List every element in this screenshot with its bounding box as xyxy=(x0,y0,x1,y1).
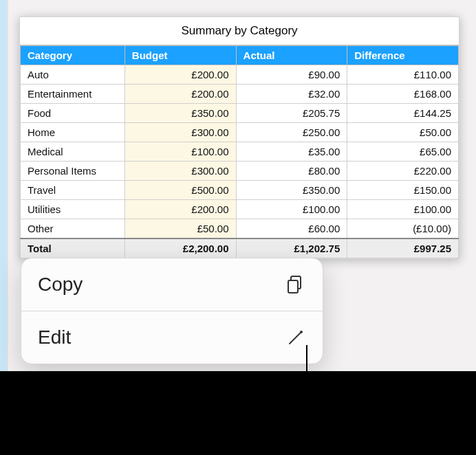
cell-budget[interactable]: £100.00 xyxy=(125,142,236,162)
cell-category[interactable]: Other xyxy=(21,219,125,239)
svg-line-2 xyxy=(290,333,301,344)
table-title: Summary by Category xyxy=(20,17,459,45)
table-row[interactable]: Utilities£200.00£100.00£100.00 xyxy=(21,200,459,219)
data-table: Category Budget Actual Difference Auto£2… xyxy=(20,45,459,258)
header-difference[interactable]: Difference xyxy=(347,46,459,65)
cell-budget[interactable]: £300.00 xyxy=(125,162,236,181)
table-row[interactable]: Other£50.00£60.00(£10.00) xyxy=(21,219,459,239)
header-actual[interactable]: Actual xyxy=(236,46,347,65)
table-row[interactable]: Travel£500.00£350.00£150.00 xyxy=(21,181,459,200)
cell-difference[interactable]: £110.00 xyxy=(347,65,459,85)
cell-category[interactable]: Medical xyxy=(21,142,125,162)
header-category[interactable]: Category xyxy=(21,46,125,65)
cell-difference[interactable]: £144.25 xyxy=(347,104,459,123)
cell-budget[interactable]: £200.00 xyxy=(125,200,236,219)
table-row[interactable]: Auto£200.00£90.00£110.00 xyxy=(21,65,459,85)
copy-icon xyxy=(284,274,306,296)
table-header-row: Category Budget Actual Difference xyxy=(21,46,459,65)
cell-total-actual[interactable]: £1,202.75 xyxy=(236,238,347,258)
cell-actual[interactable]: £205.75 xyxy=(236,104,347,123)
header-budget[interactable]: Budget xyxy=(125,46,236,65)
svg-rect-1 xyxy=(288,280,298,293)
menu-label-edit: Edit xyxy=(38,326,71,348)
cell-difference[interactable]: (£10.00) xyxy=(347,219,459,239)
edit-icon xyxy=(285,327,306,348)
cell-category[interactable]: Personal Items xyxy=(21,162,125,181)
cell-total-label[interactable]: Total xyxy=(21,238,125,258)
cell-budget[interactable]: £200.00 xyxy=(125,65,236,85)
cell-difference[interactable]: £220.00 xyxy=(347,162,459,181)
table-row[interactable]: Entertainment£200.00£32.00£168.00 xyxy=(21,85,459,104)
cell-actual[interactable]: £32.00 xyxy=(236,85,347,104)
table-row[interactable]: Home£300.00£250.00£50.00 xyxy=(21,123,459,142)
cell-budget[interactable]: £300.00 xyxy=(125,123,236,142)
cell-category[interactable]: Travel xyxy=(21,181,125,200)
cell-difference[interactable]: £65.00 xyxy=(347,142,459,162)
cell-actual[interactable]: £250.00 xyxy=(236,123,347,142)
cell-difference[interactable]: £150.00 xyxy=(347,181,459,200)
table-total-row[interactable]: Total£2,200.00£1,202.75£997.25 xyxy=(21,238,459,258)
cell-budget[interactable]: £50.00 xyxy=(125,219,236,239)
cell-actual[interactable]: £350.00 xyxy=(236,181,347,200)
cell-difference[interactable]: £100.00 xyxy=(347,200,459,219)
cell-budget[interactable]: £350.00 xyxy=(125,104,236,123)
cell-category[interactable]: Auto xyxy=(21,65,125,85)
cell-total-difference[interactable]: £997.25 xyxy=(347,238,459,258)
side-sliver xyxy=(0,0,8,371)
svg-point-3 xyxy=(300,331,303,333)
menu-item-copy[interactable]: Copy xyxy=(21,258,323,311)
cell-category[interactable]: Entertainment xyxy=(21,85,125,104)
menu-item-edit[interactable]: Edit xyxy=(21,311,323,364)
cell-actual[interactable]: £80.00 xyxy=(236,162,347,181)
context-menu: Copy Edit xyxy=(21,258,323,364)
cell-total-budget[interactable]: £2,200.00 xyxy=(125,238,236,258)
cell-category[interactable]: Home xyxy=(21,123,125,142)
table-row[interactable]: Food£350.00£205.75£144.25 xyxy=(21,104,459,123)
cell-category[interactable]: Food xyxy=(21,104,125,123)
cell-difference[interactable]: £168.00 xyxy=(347,85,459,104)
cell-actual[interactable]: £35.00 xyxy=(236,142,347,162)
spreadsheet-table[interactable]: Summary by Category Category Budget Actu… xyxy=(19,16,459,259)
cell-actual[interactable]: £90.00 xyxy=(236,65,347,85)
table-row[interactable]: Personal Items£300.00£80.00£220.00 xyxy=(21,162,459,181)
cell-difference[interactable]: £50.00 xyxy=(347,123,459,142)
cell-budget[interactable]: £200.00 xyxy=(125,85,236,104)
menu-label-copy: Copy xyxy=(38,274,83,296)
bottom-area xyxy=(0,371,476,455)
cell-category[interactable]: Utilities xyxy=(21,200,125,219)
cell-budget[interactable]: £500.00 xyxy=(125,181,236,200)
app-canvas: Summary by Category Category Budget Actu… xyxy=(0,0,476,371)
cell-actual[interactable]: £100.00 xyxy=(236,200,347,219)
cell-actual[interactable]: £60.00 xyxy=(236,219,347,239)
table-row[interactable]: Medical£100.00£35.00£65.00 xyxy=(21,142,459,162)
